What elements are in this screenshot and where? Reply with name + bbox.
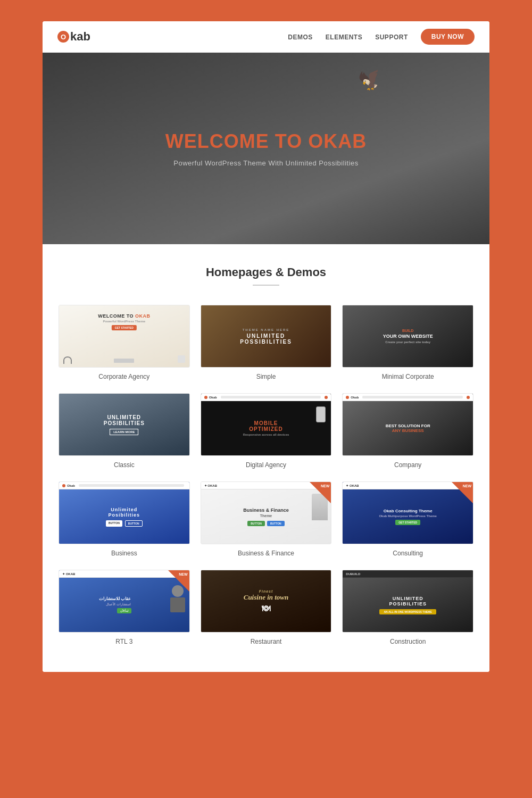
demo-thumb-minimal: BUILD YOUR OWN WEBSITE Create your perfe… <box>342 305 473 368</box>
nav-elements[interactable]: ELEMENTS <box>326 34 362 41</box>
demo-item-construction[interactable]: DUBUILD UNLIMITED POSIBILITIES AN ALL-IN… <box>342 570 473 645</box>
hero-title-accent: OKAB <box>308 130 367 152</box>
thumb-corporate: WELCOME TO OKAB Powerful WordPress Theme… <box>59 305 189 367</box>
nav-links: DEMOS ELEMENTS SUPPORT BUY NOW <box>288 29 475 45</box>
construction-content: UNLIMITED POSIBILITIES AN ALL-IN-ONE WOR… <box>343 578 473 632</box>
logo-text: kab <box>70 30 90 44</box>
demo-label-company: Company <box>394 461 421 469</box>
hero-content: WELCOME TO OKAB Powerful WordPress Theme… <box>165 130 367 167</box>
demo-label-consulting: Consulting <box>393 550 423 557</box>
hero-title-plain: WELCOME TO <box>165 130 308 152</box>
mini-logo-bar-digital: Okab <box>201 394 331 401</box>
demo-label-digital: Digital Agency <box>246 461 286 469</box>
thumb-classic: UNLIMITED POSIBILITIES LEARN MORE <box>59 394 189 455</box>
demo-item-digital-agency[interactable]: Okab MOBILE OPTIMIZED Responsive across … <box>201 393 332 469</box>
demo-label-bizfin: Business & Finance <box>238 550 294 557</box>
mini-logo-bar-construction: DUBUILD <box>343 570 473 578</box>
business-content: Unlimited Posibilities BUTTON BUTTON <box>59 489 189 544</box>
thumb-company: Okab BEST SOLUTION FOR ANY BUSINESS <box>343 394 473 455</box>
thumb-business: Okab Unlimited Posibilities BUTTON BUTTO… <box>59 482 189 544</box>
demo-item-business-finance[interactable]: ✦ OKAB Business & Finance Theme BUTTON <box>201 481 332 557</box>
demo-label-classic: Classic <box>114 461 135 469</box>
demo-item-rtl3[interactable]: ✦ OKAB عقاب ع <box>59 570 190 645</box>
nav-support[interactable]: SUPPORT <box>375 34 408 41</box>
hero-subtitle: Powerful WordPress Theme With Unlimited … <box>165 159 367 167</box>
site-card: O kab DEMOS ELEMENTS SUPPORT BUY NOW 🦅 W… <box>43 21 489 672</box>
thumb-construction: DUBUILD UNLIMITED POSIBILITIES AN ALL-IN… <box>343 570 473 632</box>
demo-thumb-business: Okab Unlimited Posibilities BUTTON BUTTO… <box>59 481 190 544</box>
thumb-simple: THEME NAME HERE UNLIMITED POSSIBILITIES <box>201 305 331 367</box>
demo-thumb-classic: UNLIMITED POSIBILITIES LEARN MORE <box>59 393 190 456</box>
demo-item-simple[interactable]: THEME NAME HERE UNLIMITED POSSIBILITIES … <box>201 305 332 380</box>
demos-title: Homepages & Demos <box>59 265 473 279</box>
company-content: BEST SOLUTION FOR ANY BUSINESS <box>343 401 473 455</box>
thumb-minimal: BUILD YOUR OWN WEBSITE Create your perfe… <box>343 305 473 367</box>
demo-thumb-simple: THEME NAME HERE UNLIMITED POSSIBILITIES <box>201 305 332 368</box>
demo-thumb-restaurant: Finest Cuisine in town 🍽 <box>201 570 332 633</box>
thumb-digital: Okab MOBILE OPTIMIZED Responsive across … <box>201 394 331 455</box>
demo-thumb-bizfin: ✦ OKAB Business & Finance Theme BUTTON <box>201 481 332 544</box>
demo-label-minimal: Minimal Corporate <box>382 373 434 380</box>
hero-title: WELCOME TO OKAB <box>165 130 367 153</box>
demo-label-construction: Construction <box>390 638 426 645</box>
demo-item-company[interactable]: Okab BEST SOLUTION FOR ANY BUSINESS Comp… <box>342 393 473 469</box>
demo-thumb-consulting: ✦ OKAB Okab Consulting Theme Okab Multip… <box>342 481 473 544</box>
demo-label-rtl3: RTL 3 <box>115 638 132 645</box>
digital-content: MOBILE OPTIMIZED Responsive across all d… <box>201 401 331 455</box>
demo-thumb-corporate-agency: WELCOME TO OKAB Powerful WordPress Theme… <box>59 305 190 368</box>
demo-label-simple: Simple <box>256 373 276 380</box>
mini-logo-bar-business: Okab <box>59 482 189 489</box>
demo-item-minimal-corporate[interactable]: BUILD YOUR OWN WEBSITE Create your perfe… <box>342 305 473 380</box>
outer-wrapper: O kab DEMOS ELEMENTS SUPPORT BUY NOW 🦅 W… <box>27 0 505 693</box>
nav-demos[interactable]: DEMOS <box>288 34 313 41</box>
mini-logo-bar-company: Okab <box>343 394 473 401</box>
demo-label-restaurant: Restaurant <box>251 638 282 645</box>
demo-label-business: Business <box>111 550 137 557</box>
demo-item-corporate-agency[interactable]: WELCOME TO OKAB Powerful WordPress Theme… <box>59 305 190 380</box>
demos-grid: WELCOME TO OKAB Powerful WordPress Theme… <box>59 305 473 645</box>
demo-item-restaurant[interactable]: Finest Cuisine in town 🍽 Restaurant <box>201 570 332 645</box>
logo-icon: O <box>57 31 69 43</box>
buy-now-button[interactable]: BUY NOW <box>421 29 475 45</box>
navbar: O kab DEMOS ELEMENTS SUPPORT BUY NOW <box>43 21 489 53</box>
demo-label-corporate-agency: Corporate Agency <box>98 373 149 380</box>
demo-thumb-digital: Okab MOBILE OPTIMIZED Responsive across … <box>201 393 332 456</box>
demo-item-classic[interactable]: UNLIMITED POSIBILITIES LEARN MORE Classi… <box>59 393 190 469</box>
demo-item-business[interactable]: Okab Unlimited Posibilities BUTTON BUTTO… <box>59 481 190 557</box>
demo-thumb-company: Okab BEST SOLUTION FOR ANY BUSINESS <box>342 393 473 456</box>
demo-item-consulting[interactable]: ✦ OKAB Okab Consulting Theme Okab Multip… <box>342 481 473 557</box>
demo-thumb-rtl: ✦ OKAB عقاب ع <box>59 570 190 633</box>
thumb-restaurant: Finest Cuisine in town 🍽 <box>201 570 331 632</box>
logo: O kab <box>57 30 90 44</box>
demos-section: Homepages & Demos WELCOME TO OKAB Powerf… <box>43 244 489 672</box>
demo-thumb-construction: DUBUILD UNLIMITED POSIBILITIES AN ALL-IN… <box>342 570 473 633</box>
demos-divider <box>253 285 279 286</box>
hero-section: 🦅 WELCOME TO OKAB Powerful WordPress The… <box>43 53 489 244</box>
